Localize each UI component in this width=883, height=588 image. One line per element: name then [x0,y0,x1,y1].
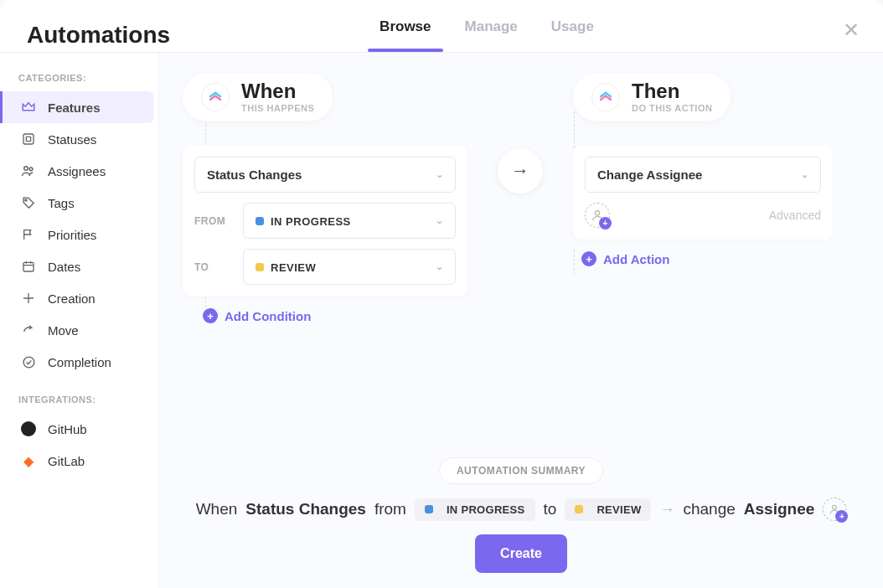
from-status-select[interactable]: IN PROGRESS ⌄ [243,203,456,239]
plus-circle-icon: + [581,251,596,266]
sidebar-item-tags[interactable]: Tags [0,187,158,219]
add-action-label: Add Action [603,252,669,266]
close-icon[interactable]: ✕ [843,18,860,42]
then-header: Then DO THIS ACTION [573,73,731,121]
clickup-logo-icon [591,83,620,111]
when-title: When [241,81,314,101]
summary-trigger: Status Changes [245,500,366,518]
summary-change-word: change [683,500,735,518]
when-panel: When THIS HAPPENS Status Changes ⌄ FROM [183,73,467,323]
crown-icon [21,100,36,115]
sidebar-item-statuses[interactable]: Statuses [0,123,158,155]
svg-rect-0 [23,134,34,144]
to-status-value: REVIEW [271,261,316,274]
summary-when-word: When [196,500,238,518]
summary-sentence: When Status Changes from IN PROGRESS to … [196,498,847,521]
plus-badge-icon: + [599,217,612,230]
flag-icon [21,227,36,242]
tab-manage[interactable]: Manage [465,18,518,52]
status-color-icon [256,263,264,271]
svg-rect-1 [26,137,30,141]
sidebar-item-gitlab[interactable]: ◆ GitLab [0,445,158,477]
status-color-icon [256,217,264,225]
chevron-down-icon: ⌄ [436,169,443,180]
plus-circle-icon: + [203,308,218,323]
sidebar-item-github[interactable]: GitHub [0,413,158,445]
sidebar-item-dates[interactable]: Dates [0,250,158,282]
check-circle-icon [21,354,36,369]
svg-point-3 [29,168,33,171]
add-condition-button[interactable]: + Add Condition [183,308,467,323]
sidebar-item-label: Tags [48,196,75,210]
plus-badge-icon: + [835,510,848,523]
to-label: TO [194,261,231,273]
svg-point-8 [833,505,837,509]
then-title: Then [632,81,712,101]
tabs: Browse Manage Usage [380,18,594,52]
summary-badge: AUTOMATION SUMMARY [439,457,603,484]
clickup-logo-icon [201,83,230,111]
sidebar-item-label: Dates [48,260,80,274]
action-select-value: Change Assignee [597,168,702,182]
summary-from-chip: IN PROGRESS [415,498,535,521]
from-status-value: IN PROGRESS [271,215,351,228]
sidebar-item-label: Statuses [48,132,96,147]
chevron-down-icon: ⌄ [436,215,443,226]
sidebar-item-label: GitHub [48,422,87,436]
tab-usage[interactable]: Usage [551,18,594,52]
chevron-down-icon: ⌄ [801,169,808,180]
svg-point-6 [23,357,34,368]
sidebar-item-label: Priorities [48,228,96,242]
calendar-icon [21,259,36,274]
add-assignee-button[interactable]: + [585,203,610,228]
summary-target: Assignee [744,500,814,518]
action-select[interactable]: Change Assignee ⌄ [585,157,821,193]
page-title: Automations [27,22,170,49]
add-condition-label: Add Condition [225,309,311,323]
svg-point-7 [595,211,599,215]
sidebar-item-priorities[interactable]: Priorities [0,219,158,250]
advanced-link[interactable]: Advanced [769,209,821,222]
trigger-card: Status Changes ⌄ FROM IN PROGRESS ⌄ TO [183,145,467,297]
add-action-button[interactable]: + Add Action [573,251,858,266]
sidebar-item-label: Move [48,323,79,338]
sidebar-item-label: Features [48,101,101,115]
sidebar-item-label: GitLab [48,454,85,468]
when-header: When THIS HAPPENS [183,73,333,121]
then-panel: Then DO THIS ACTION Change Assignee ⌄ [573,73,858,266]
summary-add-assignee-button[interactable]: + [823,498,846,521]
gitlab-icon: ◆ [21,453,36,468]
sidebar-item-move[interactable]: Move [0,314,158,346]
when-subtitle: THIS HAPPENS [241,103,314,113]
plus-icon [21,291,36,306]
sidebar-item-label: Assignees [48,164,106,178]
summary-to-chip: REVIEW [565,498,651,521]
trigger-select[interactable]: Status Changes ⌄ [194,157,456,193]
trigger-select-value: Status Changes [207,168,302,182]
summary-from-word: from [374,500,406,518]
arrow-right-icon: → [498,148,543,193]
sidebar-item-creation[interactable]: Creation [0,282,158,314]
arrow-right-icon: → [659,501,674,518]
tag-icon [21,195,36,210]
chevron-down-icon: ⌄ [436,261,443,272]
sidebar-item-label: Creation [48,291,96,306]
sidebar-categories-label: CATEGORIES: [0,68,158,91]
sidebar-item-completion[interactable]: Completion [0,346,158,378]
square-icon [21,132,36,147]
people-icon [21,163,36,178]
github-icon [21,421,36,436]
then-subtitle: DO THIS ACTION [632,103,712,113]
create-button[interactable]: Create [475,534,567,573]
summary-to-word: to [544,500,557,518]
sidebar-item-assignees[interactable]: Assignees [0,155,158,187]
svg-rect-5 [23,262,34,271]
to-status-select[interactable]: REVIEW ⌄ [243,249,456,285]
sidebar-integrations-label: INTEGRATIONS: [0,389,158,413]
sidebar-item-label: Completion [48,355,111,369]
from-label: FROM [194,215,231,227]
sidebar-item-features[interactable]: Features [0,91,153,123]
svg-point-4 [24,199,26,200]
sidebar: CATEGORIES: Features Statuses Assignees … [0,53,159,588]
tab-browse[interactable]: Browse [380,18,431,52]
